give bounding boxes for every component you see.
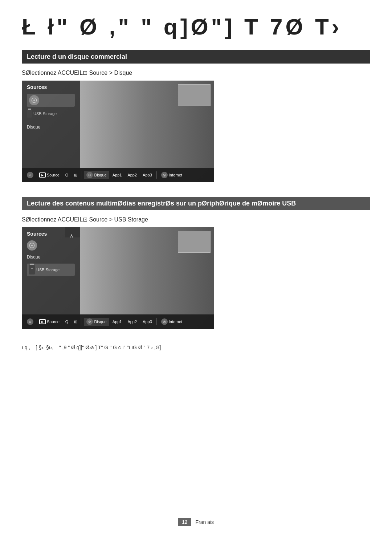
toolbar-home-1: ⌂ xyxy=(25,171,36,179)
usb-source-item[interactable]: USB Storage xyxy=(27,110,75,118)
disk-toolbar-icon-1: ⊙ xyxy=(86,172,93,178)
toolbar-app1-2: App1 xyxy=(110,319,124,325)
toolbar-app1-1: App1 xyxy=(110,172,124,178)
page-number-box: 12 xyxy=(178,518,191,526)
toolbar-1: ⌂ ▶ Source Q ⊞ ⊙ D xyxy=(22,168,214,182)
sources-panel-1: Sources USB xyxy=(22,81,80,182)
toolbar-search-2: Q xyxy=(63,319,71,325)
internet-label-1: Internet xyxy=(169,173,182,177)
menu-icon-2: ⊞ xyxy=(74,320,77,324)
disk-toolbar-label-1: Disque xyxy=(94,173,106,177)
svg-point-3 xyxy=(31,245,33,246)
source-label-1: Source xyxy=(47,173,60,177)
sources-panel-2: Sources ∧ Disque xyxy=(22,227,80,329)
section2-instruction: SØlectionnez ACCUEIL⊡ Source > USB Stora… xyxy=(22,216,370,223)
usb-icon-2 xyxy=(29,265,35,274)
section2: Lecture des contenus multimØdias enregis… xyxy=(22,197,370,329)
disk-label-area-2: Disque xyxy=(27,253,75,260)
toolbar-disk-1: ⊙ Disque xyxy=(84,171,109,179)
home-icon-2: ⌂ xyxy=(27,318,33,325)
toolbar-app2-2: App2 xyxy=(125,319,139,325)
svg-point-1 xyxy=(33,99,35,101)
disk-toolbar-label-2: Disque xyxy=(94,320,106,324)
toolbar-disk-2: ⊙ Disque xyxy=(84,318,109,326)
arrow-up-icon: ∧ xyxy=(70,233,73,239)
toolbar-internet-2: ◎ Internet xyxy=(159,318,184,326)
divider-2b xyxy=(156,318,157,325)
section1-header: Lecture d un disque commercial xyxy=(22,50,370,64)
note-text: ı q , – ] §›, §ı›, – " ,9 " Ø q]]" Ø›a ]… xyxy=(22,343,370,351)
toolbar-app3-1: App3 xyxy=(140,172,154,178)
toolbar-app2-1: App2 xyxy=(125,172,139,178)
divider-2a xyxy=(82,318,82,325)
disk-text-2: Disque xyxy=(27,255,40,260)
tv-screen-1: Sources USB xyxy=(22,81,214,182)
disk-toolbar-icon-2: ⊙ xyxy=(86,318,93,325)
disk-text-1: Disque xyxy=(27,125,40,130)
app1-label-2: App1 xyxy=(113,320,122,324)
toolbar-home-2: ⌂ xyxy=(25,318,36,326)
disk-source-item[interactable] xyxy=(27,94,75,107)
center-area-1 xyxy=(80,81,214,168)
center-area-2 xyxy=(80,227,214,314)
search-icon-1: Q xyxy=(65,173,69,177)
toolbar-source-1: ▶ Source xyxy=(37,172,62,178)
page-language: Fran ais xyxy=(196,519,214,525)
toolbar-menu-1: ⊞ xyxy=(72,172,79,178)
menu-icon-1: ⊞ xyxy=(74,173,77,178)
usb-label-1: USB Storage xyxy=(33,111,57,116)
usb-icon xyxy=(27,110,32,118)
page-number-area: 12 Fran ais xyxy=(178,518,214,526)
screen-content-1: Sources USB xyxy=(22,81,214,182)
thumbnail-2 xyxy=(178,231,211,253)
tv-screen-2: ▐▌ ◎ ═ Sources ∧ xyxy=(22,227,214,329)
internet-icon-1: ◎ xyxy=(161,172,168,178)
divider-1b xyxy=(156,171,157,179)
section2-header: Lecture des contenus multimØdias enregis… xyxy=(22,197,370,210)
search-icon-2: Q xyxy=(65,320,69,324)
internet-icon-2: ◎ xyxy=(161,318,168,325)
app2-label-2: App2 xyxy=(127,320,137,324)
disk-label-area: Disque xyxy=(27,123,75,130)
usb-source-item-2[interactable]: USB Storage xyxy=(27,264,75,276)
app1-label-1: App1 xyxy=(113,173,122,177)
toolbar-internet-1: ◎ Internet xyxy=(159,171,184,179)
app3-label-2: App3 xyxy=(143,320,152,324)
toolbar-2: ⌂ ▶ Source Q ⊞ xyxy=(22,314,214,329)
toolbar-source-2: ▶ Source xyxy=(37,318,62,325)
toolbar-app3-2: App3 xyxy=(140,319,154,325)
section1-instruction: SØlectionnez ACCUEIL⊡ Source > Disque xyxy=(22,69,370,76)
app2-label-1: App2 xyxy=(127,173,137,177)
sources-title-2: Sources xyxy=(27,231,47,237)
disk-icon xyxy=(29,95,39,105)
thumbnail-1 xyxy=(178,84,211,106)
page-title: Ł ł" Ø ," " q]Ø"] T 7Ø T› xyxy=(22,15,370,39)
sources-title-1: Sources xyxy=(27,84,75,90)
app3-label-1: App3 xyxy=(143,173,152,177)
source-btn-icon-2: ▶ xyxy=(39,319,46,324)
home-icon-1: ⌂ xyxy=(27,172,33,178)
toolbar-search-1: Q xyxy=(63,172,71,178)
usb-label-2: USB Storage xyxy=(36,268,60,272)
disk-source-item-2[interactable] xyxy=(27,240,75,251)
toolbar-menu-2: ⊞ xyxy=(72,319,79,325)
internet-label-2: Internet xyxy=(169,320,182,324)
source-label-2: Source xyxy=(47,320,60,324)
divider-1a xyxy=(82,171,82,179)
source-btn-icon-1: ▶ xyxy=(39,172,46,178)
disk-icon-2 xyxy=(27,240,37,251)
screen-content-2: ▐▌ ◎ ═ Sources ∧ xyxy=(22,227,214,329)
